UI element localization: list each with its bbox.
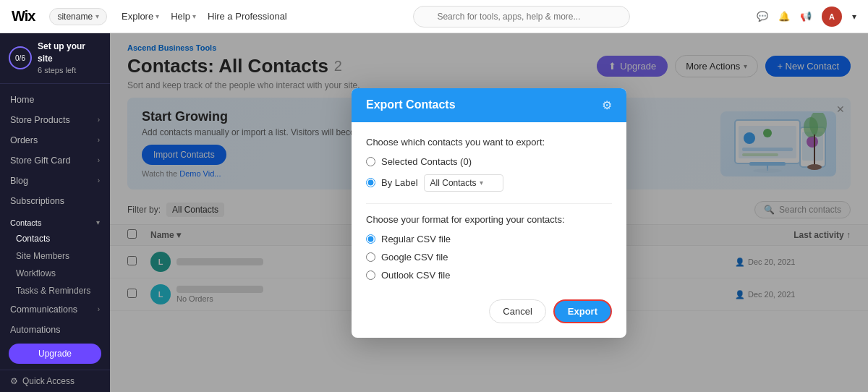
chat-icon[interactable]: 💬 — [757, 11, 768, 22]
radio-outlook-csv[interactable] — [366, 270, 375, 280]
sidebar-item-store-products[interactable]: Store Products› — [0, 110, 110, 130]
modal-footer: Cancel Export — [366, 292, 612, 323]
global-search-input[interactable] — [413, 6, 630, 27]
top-nav-icons: 💬 🔔 📢 A ▾ — [757, 7, 856, 27]
help-link[interactable]: Help ▾ — [171, 11, 196, 22]
site-name-label: sitename — [57, 12, 93, 22]
sidebar-item-automations[interactable]: Automations — [0, 320, 110, 338]
site-name-pill[interactable]: sitename ▾ — [49, 8, 107, 25]
explore-link[interactable]: Explore ▾ — [122, 11, 159, 22]
option-by-label[interactable]: By Label All Contacts ▾ — [366, 174, 612, 192]
export-format-options: Regular CSV file Google CSV file Outlook… — [366, 234, 612, 281]
modal-title: Export Contacts — [366, 98, 456, 111]
format-google-csv[interactable]: Google CSV file — [366, 252, 612, 263]
top-nav-search-wrapper: 🔍 — [302, 6, 742, 27]
export-section2-label: Choose your format for exporting your co… — [366, 214, 612, 225]
setup-progress-circle: 0/6 — [9, 46, 32, 69]
modal-overlay: Export Contacts ⚙ Choose which contacts … — [110, 33, 868, 392]
option-selected-contacts[interactable]: Selected Contacts (0) — [366, 156, 612, 167]
contacts-chevron-icon: ▾ — [96, 218, 100, 226]
avatar[interactable]: A — [822, 7, 842, 27]
radio-selected-contacts[interactable] — [366, 157, 375, 166]
sidebar-sub-contacts[interactable]: Contacts — [0, 230, 110, 247]
top-nav: Wix sitename ▾ Explore ▾ Help ▾ Hire a P… — [0, 0, 868, 33]
sidebar-nav: Home Store Products› Orders› Store Gift … — [0, 84, 110, 338]
label-dropdown-chevron-icon: ▾ — [480, 179, 483, 187]
sidebar-item-blog[interactable]: Blog› — [0, 171, 110, 191]
sidebar-section-contacts[interactable]: Contacts ▾ — [0, 211, 110, 230]
modal-header: Export Contacts ⚙ — [352, 88, 626, 122]
site-chevron-icon: ▾ — [95, 12, 99, 20]
label-dropdown[interactable]: All Contacts ▾ — [424, 174, 503, 192]
sidebar-setup[interactable]: 0/6 Set up your site 6 steps left — [0, 33, 110, 84]
radio-by-label[interactable] — [366, 178, 375, 187]
top-nav-links: Explore ▾ Help ▾ Hire a Professional — [122, 11, 287, 22]
app-layout: 0/6 Set up your site 6 steps left Home S… — [0, 33, 868, 392]
sidebar-item-communications[interactable]: Communications› — [0, 299, 110, 320]
sidebar-sub-site-members[interactable]: Site Members — [0, 247, 110, 265]
setup-text: Set up your site 6 steps left — [38, 41, 101, 76]
sidebar-item-home[interactable]: Home — [0, 90, 110, 110]
wix-logo: Wix — [12, 8, 35, 25]
megaphone-icon[interactable]: 📢 — [800, 11, 812, 22]
export-section1-label: Choose which contacts you want to export… — [366, 137, 612, 148]
sidebar-upgrade-button[interactable]: Upgrade — [9, 344, 101, 364]
hire-pro-link[interactable]: Hire a Professional — [208, 11, 287, 22]
export-contacts-modal: Export Contacts ⚙ Choose which contacts … — [352, 88, 626, 338]
radio-google-csv[interactable] — [366, 252, 375, 262]
quick-access-icon: ⚙ — [10, 376, 18, 386]
modal-close-icon[interactable]: ⚙ — [602, 98, 612, 112]
search-container: 🔍 — [413, 6, 630, 27]
sidebar-item-orders[interactable]: Orders› — [0, 130, 110, 150]
format-regular-csv[interactable]: Regular CSV file — [366, 234, 612, 244]
sidebar-item-gift-card[interactable]: Store Gift Card› — [0, 150, 110, 171]
user-name: ▾ — [852, 12, 856, 22]
sidebar: 0/6 Set up your site 6 steps left Home S… — [0, 33, 110, 392]
export-button[interactable]: Export — [553, 299, 612, 323]
format-outlook-csv[interactable]: Outlook CSV file — [366, 270, 612, 281]
modal-body: Choose which contacts you want to export… — [352, 122, 626, 338]
sidebar-sub-tasks[interactable]: Tasks & Reminders — [0, 282, 110, 299]
export-who-options: Selected Contacts (0) By Label All Conta… — [366, 156, 612, 192]
bell-icon[interactable]: 🔔 — [778, 11, 790, 22]
radio-regular-csv[interactable] — [366, 234, 375, 244]
cancel-button[interactable]: Cancel — [489, 299, 545, 323]
sidebar-item-subscriptions[interactable]: Subscriptions — [0, 191, 110, 211]
sidebar-sub-workflows[interactable]: Workflows — [0, 265, 110, 282]
sidebar-quick-access[interactable]: ⚙ Quick Access — [0, 370, 110, 392]
modal-divider — [366, 203, 612, 204]
main-content: Ascend Business Tools Contacts: All Cont… — [110, 33, 868, 392]
